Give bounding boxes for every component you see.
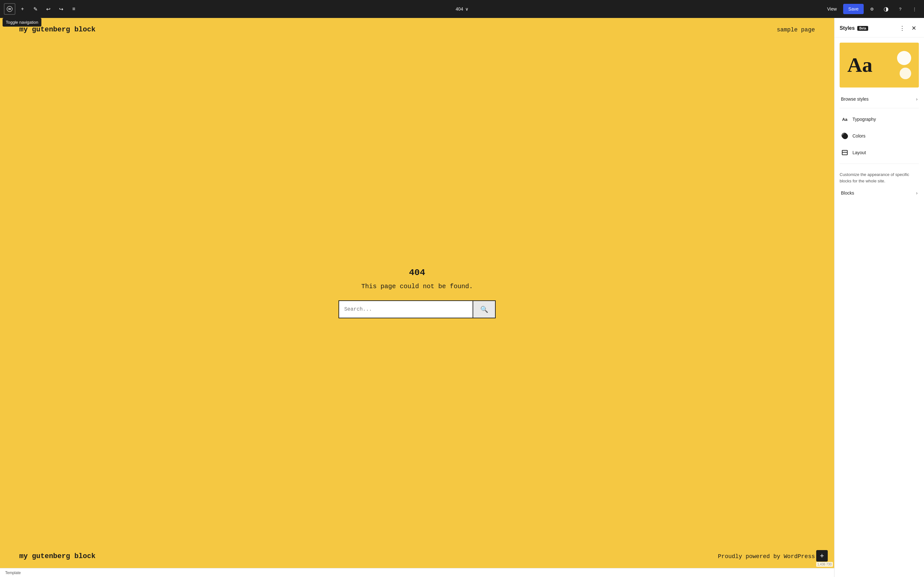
colors-label: Colors — [853, 133, 865, 139]
footer-site-title: my gutenberg block — [19, 552, 95, 560]
more-icon: ⋮ — [899, 25, 905, 32]
colors-icon — [841, 132, 849, 140]
page-title-label: 404 — [456, 6, 463, 11]
preview-circle-small — [900, 68, 911, 79]
save-button[interactable]: Save — [843, 4, 864, 14]
sidebar-header-right: ⋮ ✕ — [897, 23, 919, 33]
blocks-chevron-icon: › — [916, 190, 918, 195]
typography-label: Typography — [853, 117, 876, 122]
page-header: my gutenberg block sample page — [0, 18, 834, 41]
blocks-row[interactable]: Blocks › — [836, 187, 923, 199]
browse-styles-label: Browse styles — [841, 97, 869, 102]
view-button[interactable]: View — [823, 5, 841, 13]
search-area: 🔍 — [338, 300, 496, 318]
close-icon: ✕ — [911, 25, 916, 32]
sidebar-close-button[interactable]: ✕ — [909, 23, 919, 33]
browse-styles-row[interactable]: Browse styles › — [836, 93, 923, 105]
more-icon: ⋮ — [913, 7, 917, 11]
undo-button[interactable]: ↩ — [42, 3, 54, 15]
chevron-down-icon: ∨ — [465, 6, 468, 11]
coordinates-display: 1,436 730 — [816, 562, 833, 567]
error-message: This page could not be found. — [361, 283, 473, 290]
settings-button[interactable]: ⚙ — [866, 3, 878, 15]
coord-x: 1,436 — [817, 562, 825, 566]
chevron-right-icon: › — [916, 97, 918, 102]
wp-logo-button[interactable]: W — [4, 3, 15, 15]
beta-badge: Beta — [857, 26, 868, 31]
toolbar-left: W + ✎ ↩ ↪ ≡ — [4, 3, 79, 15]
canvas-area: my gutenberg block sample page 404 This … — [0, 18, 834, 577]
edit-button[interactable]: ✎ — [29, 3, 41, 15]
blocks-label: Blocks — [841, 190, 854, 195]
nav-link[interactable]: sample page — [777, 27, 815, 33]
toolbar-center: 404 ∨ — [452, 5, 471, 13]
plus-icon: + — [820, 552, 824, 560]
sidebar-title: Styles — [840, 25, 855, 31]
toolbar-right: View Save ⚙ ◑ ? ⋮ — [823, 3, 920, 15]
help-button[interactable]: ? — [895, 3, 906, 15]
search-button[interactable]: 🔍 — [473, 300, 496, 318]
header-site-title: my gutenberg block — [19, 26, 95, 34]
search-input[interactable] — [338, 300, 473, 318]
preview-circles — [897, 51, 911, 79]
page-footer: my gutenberg block Proudly powered by Wo… — [0, 545, 834, 568]
svg-text:W: W — [8, 7, 11, 11]
sidebar-header-left: Styles Beta — [840, 25, 868, 31]
error-code: 404 — [409, 268, 425, 277]
page-canvas: my gutenberg block sample page 404 This … — [0, 18, 834, 568]
typography-icon: Aa — [841, 115, 849, 123]
layout-label: Layout — [853, 150, 866, 155]
toolbar: W + ✎ ↩ ↪ ≡ 404 ∨ View Save ⚙ ◑ ? ⋮ — [0, 0, 924, 18]
gear-icon: ⚙ — [870, 7, 874, 11]
style-preview[interactable]: Aa — [840, 43, 919, 87]
preview-text: Aa — [847, 53, 872, 77]
divider-1 — [840, 108, 919, 108]
footer-credit: Proudly powered by WordPress — [718, 553, 815, 560]
styles-button[interactable]: ◑ — [880, 3, 892, 15]
typography-menu-item[interactable]: Aa Typography — [836, 111, 923, 127]
list-view-button[interactable]: ≡ — [68, 3, 79, 15]
add-block-canvas-button[interactable]: + — [816, 550, 828, 562]
status-bar: Template — [0, 568, 834, 577]
main-area: my gutenberg block sample page 404 This … — [0, 18, 924, 577]
help-icon: ? — [899, 7, 901, 11]
customize-description: Customize the appearance of specific blo… — [835, 166, 924, 187]
error-content: 404 This page could not be found. 🔍 — [0, 41, 834, 545]
sidebar-header: Styles Beta ⋮ ✕ — [835, 18, 924, 37]
layout-menu-item[interactable]: Layout — [836, 145, 923, 160]
styles-sidebar: Styles Beta ⋮ ✕ Aa Browse styles — [834, 18, 924, 577]
coord-y: 730 — [826, 562, 832, 566]
colors-menu-item[interactable]: Colors — [836, 128, 923, 143]
layout-icon-container — [841, 149, 849, 156]
toggle-navigation-tooltip: Toggle navigation — [3, 18, 41, 27]
wp-logo-icon: W — [6, 6, 13, 12]
divider-2 — [840, 163, 919, 164]
status-label: Template — [5, 571, 21, 575]
redo-button[interactable]: ↪ — [55, 3, 67, 15]
sidebar-more-button[interactable]: ⋮ — [897, 23, 907, 33]
add-block-toolbar-button[interactable]: + — [17, 3, 28, 15]
styles-icon: ◑ — [884, 5, 889, 13]
more-options-button[interactable]: ⋮ — [909, 3, 920, 15]
page-title-button[interactable]: 404 ∨ — [452, 5, 471, 13]
search-icon: 🔍 — [480, 306, 488, 313]
preview-circle-large — [897, 51, 911, 65]
